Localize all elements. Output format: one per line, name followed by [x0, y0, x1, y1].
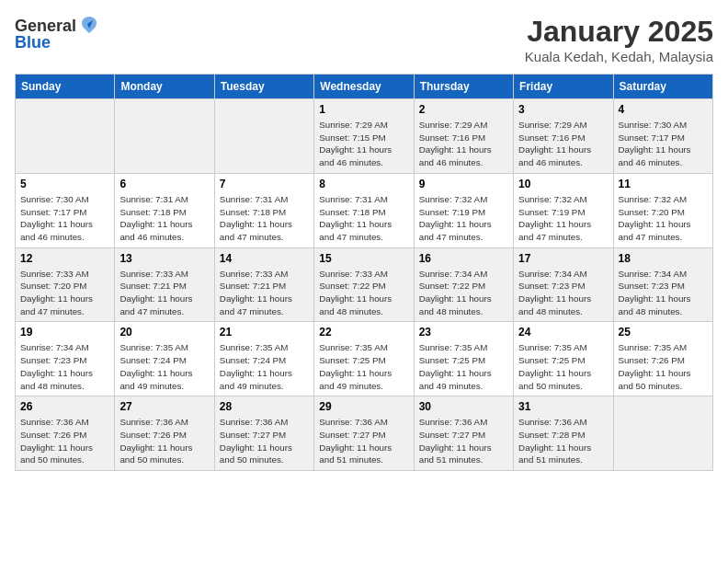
- day-info: Sunrise: 7:36 AMSunset: 7:28 PMDaylight:…: [518, 416, 608, 466]
- day-info: Sunrise: 7:33 AMSunset: 7:21 PMDaylight:…: [220, 268, 309, 318]
- day-number: 1: [319, 103, 408, 116]
- calendar-cell: [115, 99, 214, 174]
- weekday-header: Thursday: [414, 75, 513, 99]
- calendar-cell: 28Sunrise: 7:36 AMSunset: 7:27 PMDayligh…: [214, 396, 313, 471]
- calendar-cell: 23Sunrise: 7:35 AMSunset: 7:25 PMDayligh…: [414, 322, 513, 396]
- month-title: January 2025: [525, 15, 713, 49]
- day-number: 5: [20, 178, 109, 190]
- day-number: 2: [419, 103, 508, 116]
- day-number: 3: [518, 103, 608, 116]
- weekday-header: Friday: [514, 75, 613, 99]
- day-number: 20: [119, 326, 209, 339]
- calendar-cell: 16Sunrise: 7:34 AMSunset: 7:22 PMDayligh…: [414, 247, 513, 322]
- day-number: 10: [518, 178, 608, 190]
- day-info: Sunrise: 7:35 AMSunset: 7:25 PMDaylight:…: [419, 341, 508, 392]
- day-number: 18: [619, 252, 708, 265]
- day-number: 31: [518, 400, 608, 413]
- day-number: 28: [220, 400, 309, 413]
- day-number: 29: [319, 400, 408, 413]
- calendar-cell: 29Sunrise: 7:36 AMSunset: 7:27 PMDayligh…: [314, 396, 414, 471]
- calendar-cell: 24Sunrise: 7:35 AMSunset: 7:25 PMDayligh…: [514, 322, 613, 396]
- day-info: Sunrise: 7:29 AMSunset: 7:15 PMDaylight:…: [319, 119, 408, 169]
- day-number: 15: [319, 252, 408, 265]
- calendar-cell: 7Sunrise: 7:31 AMSunset: 7:18 PMDaylight…: [214, 173, 313, 247]
- day-number: 14: [220, 252, 309, 265]
- location-subtitle: Kuala Kedah, Kedah, Malaysia: [525, 49, 713, 64]
- day-number: 13: [119, 252, 209, 265]
- weekday-header: Monday: [115, 75, 214, 99]
- day-number: 21: [220, 326, 309, 339]
- day-number: 17: [518, 252, 608, 265]
- calendar-cell: [613, 396, 712, 471]
- day-info: Sunrise: 7:36 AMSunset: 7:27 PMDaylight:…: [220, 416, 309, 466]
- calendar-cell: 26Sunrise: 7:36 AMSunset: 7:26 PMDayligh…: [16, 396, 115, 471]
- calendar-week-row: 12Sunrise: 7:33 AMSunset: 7:20 PMDayligh…: [16, 247, 713, 322]
- calendar-cell: 17Sunrise: 7:34 AMSunset: 7:23 PMDayligh…: [514, 247, 613, 322]
- day-info: Sunrise: 7:30 AMSunset: 7:17 PMDaylight:…: [20, 193, 109, 244]
- day-info: Sunrise: 7:31 AMSunset: 7:18 PMDaylight:…: [319, 193, 408, 244]
- day-info: Sunrise: 7:36 AMSunset: 7:26 PMDaylight:…: [119, 416, 209, 466]
- weekday-header: Tuesday: [214, 75, 313, 99]
- calendar-week-row: 26Sunrise: 7:36 AMSunset: 7:26 PMDayligh…: [16, 396, 713, 471]
- calendar-cell: [214, 99, 313, 174]
- calendar-cell: 4Sunrise: 7:30 AMSunset: 7:17 PMDaylight…: [613, 99, 712, 174]
- day-number: 8: [319, 178, 408, 190]
- day-number: 23: [419, 326, 508, 339]
- title-block: January 2025 Kuala Kedah, Kedah, Malaysi…: [525, 15, 713, 64]
- calendar-cell: 12Sunrise: 7:33 AMSunset: 7:20 PMDayligh…: [16, 247, 115, 322]
- calendar-cell: 18Sunrise: 7:34 AMSunset: 7:23 PMDayligh…: [613, 247, 712, 322]
- day-number: 22: [319, 326, 408, 339]
- calendar-cell: 22Sunrise: 7:35 AMSunset: 7:25 PMDayligh…: [314, 322, 414, 396]
- day-info: Sunrise: 7:31 AMSunset: 7:18 PMDaylight:…: [220, 193, 309, 244]
- day-number: 24: [518, 326, 608, 339]
- calendar-cell: [16, 99, 115, 174]
- day-info: Sunrise: 7:36 AMSunset: 7:26 PMDaylight:…: [20, 416, 109, 466]
- calendar-header-row: SundayMondayTuesdayWednesdayThursdayFrid…: [16, 75, 713, 99]
- day-number: 11: [619, 178, 708, 190]
- day-number: 7: [220, 178, 309, 190]
- day-info: Sunrise: 7:35 AMSunset: 7:24 PMDaylight:…: [220, 341, 309, 392]
- day-info: Sunrise: 7:35 AMSunset: 7:24 PMDaylight:…: [119, 341, 209, 392]
- calendar-cell: 31Sunrise: 7:36 AMSunset: 7:28 PMDayligh…: [514, 396, 613, 471]
- day-info: Sunrise: 7:29 AMSunset: 7:16 PMDaylight:…: [419, 119, 508, 169]
- day-info: Sunrise: 7:36 AMSunset: 7:27 PMDaylight:…: [419, 416, 508, 466]
- weekday-header: Sunday: [16, 75, 115, 99]
- calendar-cell: 20Sunrise: 7:35 AMSunset: 7:24 PMDayligh…: [115, 322, 214, 396]
- day-number: 6: [119, 178, 209, 190]
- day-info: Sunrise: 7:29 AMSunset: 7:16 PMDaylight:…: [518, 119, 608, 169]
- day-number: 25: [619, 326, 708, 339]
- day-number: 9: [419, 178, 508, 190]
- day-info: Sunrise: 7:34 AMSunset: 7:23 PMDaylight:…: [20, 341, 109, 392]
- calendar-cell: 5Sunrise: 7:30 AMSunset: 7:17 PMDaylight…: [16, 173, 115, 247]
- day-number: 27: [119, 400, 209, 413]
- page-header: General Blue January 2025 Kuala Kedah, K…: [15, 15, 713, 64]
- weekday-header: Wednesday: [314, 75, 414, 99]
- logo-icon: [78, 15, 100, 37]
- day-info: Sunrise: 7:35 AMSunset: 7:25 PMDaylight:…: [518, 341, 608, 392]
- day-info: Sunrise: 7:34 AMSunset: 7:23 PMDaylight:…: [518, 268, 608, 318]
- calendar-cell: 30Sunrise: 7:36 AMSunset: 7:27 PMDayligh…: [414, 396, 513, 471]
- day-number: 19: [20, 326, 109, 339]
- calendar-cell: 13Sunrise: 7:33 AMSunset: 7:21 PMDayligh…: [115, 247, 214, 322]
- calendar-cell: 11Sunrise: 7:32 AMSunset: 7:20 PMDayligh…: [613, 173, 712, 247]
- logo-blue: Blue: [15, 33, 51, 52]
- day-info: Sunrise: 7:31 AMSunset: 7:18 PMDaylight:…: [119, 193, 209, 244]
- day-info: Sunrise: 7:35 AMSunset: 7:25 PMDaylight:…: [319, 341, 408, 392]
- calendar-cell: 2Sunrise: 7:29 AMSunset: 7:16 PMDaylight…: [414, 99, 513, 174]
- day-info: Sunrise: 7:33 AMSunset: 7:20 PMDaylight:…: [20, 268, 109, 318]
- calendar-cell: 21Sunrise: 7:35 AMSunset: 7:24 PMDayligh…: [214, 322, 313, 396]
- calendar-cell: 3Sunrise: 7:29 AMSunset: 7:16 PMDaylight…: [514, 99, 613, 174]
- calendar-cell: 14Sunrise: 7:33 AMSunset: 7:21 PMDayligh…: [214, 247, 313, 322]
- calendar-week-row: 5Sunrise: 7:30 AMSunset: 7:17 PMDaylight…: [16, 173, 713, 247]
- day-info: Sunrise: 7:30 AMSunset: 7:17 PMDaylight:…: [619, 119, 708, 169]
- calendar-cell: 8Sunrise: 7:31 AMSunset: 7:18 PMDaylight…: [314, 173, 414, 247]
- calendar-cell: 25Sunrise: 7:35 AMSunset: 7:26 PMDayligh…: [613, 322, 712, 396]
- day-info: Sunrise: 7:36 AMSunset: 7:27 PMDaylight:…: [319, 416, 408, 466]
- calendar-table: SundayMondayTuesdayWednesdayThursdayFrid…: [15, 74, 713, 471]
- calendar-cell: 10Sunrise: 7:32 AMSunset: 7:19 PMDayligh…: [514, 173, 613, 247]
- day-info: Sunrise: 7:32 AMSunset: 7:19 PMDaylight:…: [419, 193, 508, 244]
- day-info: Sunrise: 7:35 AMSunset: 7:26 PMDaylight:…: [619, 341, 708, 392]
- calendar-cell: 19Sunrise: 7:34 AMSunset: 7:23 PMDayligh…: [16, 322, 115, 396]
- day-number: 26: [20, 400, 109, 413]
- calendar-cell: 1Sunrise: 7:29 AMSunset: 7:15 PMDaylight…: [314, 99, 414, 174]
